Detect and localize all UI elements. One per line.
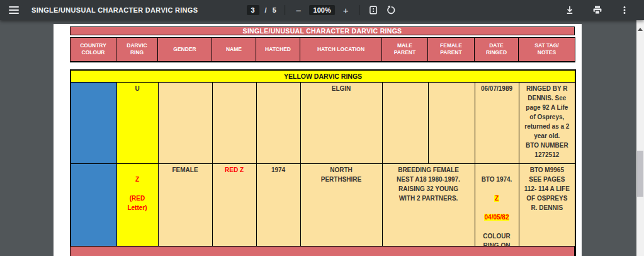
page-number-input[interactable]: 3 [247,5,259,15]
cell-sat-tag-notes: BTO M9965 SEE PAGES 112- 114 A LIFE OF O… [519,163,575,256]
rotate-icon [386,5,396,15]
toolbar-divider [359,5,359,15]
col-header-date-ringed: DATE RINGED [475,38,519,62]
fit-page-button[interactable] [368,4,379,16]
cell-hatch-location: NORTH PERTHSHIRE [300,163,382,256]
col-header-hatch-location: HATCH LOCATION [300,38,382,62]
cell-sat-tag-notes: RINGED BY R DENNIS. See page 92 A Life o… [519,82,575,163]
toolbar-center-controls: 3 / 5 − 100% + [247,4,398,16]
date-ringed-highlight: Z [494,195,499,202]
cell-hatch-location: ELGIN [300,82,382,163]
zoom-level: 100% [310,5,335,15]
darvic-rings-data-table: YELLOW DARVIC RINGS U ELGIN 06/07/1989 R… [70,69,576,256]
cell-female-parent [428,82,475,163]
cell-name [212,82,256,163]
darvic-ring-note: (RED Letter) [119,194,156,212]
cell-male-parent [382,82,428,163]
cell-country-colour [71,82,116,163]
cell-parents-merged: BREEDING FEMALE NEST A18 1980-1997. RAIS… [382,163,475,256]
more-options-icon [620,5,629,15]
print-button[interactable] [591,4,604,16]
page-separator: / [265,6,267,14]
table-title-banner: SINGLE/UNUSUAL CHARACTER DARVIC RINGS [70,26,575,35]
next-section-banner [70,246,575,256]
date-ringed-highlight: 04/05/82 [484,214,510,221]
cell-gender: FEMALE [158,163,212,256]
cell-hatched [256,82,300,163]
more-options-button[interactable] [619,4,630,16]
header-row: COUNTRY COLOUR DARVIC RING GENDER NAME H… [71,38,575,62]
pdf-page: SINGLE/UNUSUAL CHARACTER DARVIC RINGS CO… [54,24,582,256]
viewer-content-area: SINGLE/UNUSUAL CHARACTER DARVIC RINGS CO… [0,20,636,256]
cell-name: RED Z [212,163,256,256]
pdf-viewer-toolbar: SINGLE/UNUSUAL CHARACTER DARVIC RINGS 3 … [0,0,644,20]
download-icon [565,5,575,15]
table-row: U ELGIN 06/07/1989 RINGED BY R DENNIS. S… [71,82,575,163]
col-header-sat-tag-notes: SAT TAG/ NOTES [519,38,575,62]
col-header-hatched: HATCHED [256,38,300,62]
zoom-in-button[interactable]: + [341,4,351,16]
cell-darvic-ring: U [116,82,158,163]
cell-date-ringed: 06/07/1989 [475,82,519,163]
rotate-button[interactable] [385,4,397,16]
scrollbar-thumb[interactable] [637,151,643,197]
download-button[interactable] [563,4,576,16]
darvic-ring-letter: Z [119,175,156,184]
page-total: 5 [273,6,276,14]
scrollbar-up-arrow[interactable] [638,28,643,31]
vertical-scrollbar[interactable] [636,20,644,256]
cell-darvic-ring: Z (RED Letter) [116,163,158,256]
col-header-gender: GENDER [158,38,212,62]
col-header-female-parent: FEMALE PARENT [428,38,475,62]
col-header-darvic-ring: DARVIC RING [116,38,158,62]
col-header-male-parent: MALE PARENT [382,38,428,62]
table-row: Z (RED Letter) FEMALE RED Z 1974 NORTH P… [71,163,575,256]
fit-page-icon [369,6,378,15]
col-header-name: NAME [212,38,256,62]
zoom-out-button[interactable]: − [293,4,304,16]
column-header-table: COUNTRY COLOUR DARVIC RING GENDER NAME H… [70,37,575,62]
cell-hatched: 1974 [256,163,300,256]
section-header-row: YELLOW DARVIC RINGS [71,70,575,82]
menu-icon[interactable] [9,4,19,16]
cell-gender [158,82,212,163]
col-header-country-colour: COUNTRY COLOUR [71,38,116,62]
toolbar-left: SINGLE/UNUSUAL CHARACTER DARVIC RINGS [0,4,198,16]
toolbar-divider [285,5,285,15]
section-header: YELLOW DARVIC RINGS [71,70,575,82]
date-ringed-text: BTO 1974. [477,175,517,184]
cell-date-ringed: BTO 1974. Z 04/05/82 COLOUR RING ON RIGH… [475,163,519,256]
document-title: SINGLE/UNUSUAL CHARACTER DARVIC RINGS [31,6,198,14]
toolbar-right [563,4,644,16]
print-icon [592,5,602,15]
cell-country-colour [71,163,116,256]
